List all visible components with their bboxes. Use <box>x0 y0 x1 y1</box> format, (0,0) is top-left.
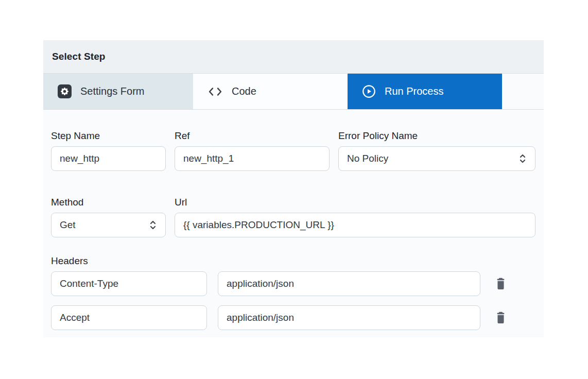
panel-header: Select Step <box>43 40 544 74</box>
header-key-input[interactable] <box>51 305 207 330</box>
ref-label: Ref <box>175 130 330 142</box>
tab-settings-form-label: Settings Form <box>80 85 144 97</box>
gear-icon <box>58 84 72 98</box>
chevron-up-down-icon <box>149 219 157 231</box>
tab-settings-form[interactable]: Settings Form <box>43 74 193 109</box>
ref-field: Ref <box>175 130 330 171</box>
step-name-field: Step Name <box>51 130 166 171</box>
headers-section-label: Headers <box>51 255 535 267</box>
play-circle-icon <box>362 84 376 98</box>
settings-form-content: Step Name Ref Error Policy Name No Polic… <box>43 110 544 337</box>
panel-title: Select Step <box>52 51 106 62</box>
error-policy-field: Error Policy Name No Policy <box>338 130 535 171</box>
error-policy-label: Error Policy Name <box>338 130 535 142</box>
header-value-input[interactable] <box>218 271 480 296</box>
header-value-input[interactable] <box>218 305 480 330</box>
url-input[interactable] <box>175 213 535 237</box>
tab-code-label: Code <box>232 85 256 97</box>
method-select[interactable]: Get <box>51 213 166 237</box>
trash-icon <box>495 312 506 324</box>
error-policy-value: No Policy <box>347 153 388 164</box>
method-label: Method <box>51 197 166 208</box>
form-row-identity: Step Name Ref Error Policy Name No Polic… <box>51 130 535 171</box>
ref-input[interactable] <box>175 146 330 171</box>
url-field: Url <box>175 197 535 237</box>
delete-header-button[interactable] <box>491 273 510 294</box>
step-name-label: Step Name <box>51 130 166 142</box>
header-key-input[interactable] <box>51 271 207 296</box>
tab-run-process-label: Run Process <box>385 85 444 97</box>
chevron-up-down-icon <box>518 153 527 164</box>
code-icon <box>207 87 223 96</box>
form-row-request: Method Get Url <box>51 197 535 237</box>
tab-bar-filler <box>502 74 544 109</box>
delete-header-button[interactable] <box>491 307 510 328</box>
header-row <box>51 305 535 330</box>
url-label: Url <box>175 197 535 208</box>
method-field: Method Get <box>51 197 166 237</box>
tab-code[interactable]: Code <box>193 74 348 109</box>
method-value: Get <box>60 219 76 231</box>
step-name-input[interactable] <box>51 146 166 171</box>
tab-run-process[interactable]: Run Process <box>348 74 502 109</box>
select-step-panel: Select Step Settings Form Code <box>43 40 544 337</box>
tab-bar: Settings Form Code Run Process <box>43 74 544 110</box>
header-row <box>51 271 535 296</box>
error-policy-select[interactable]: No Policy <box>338 146 535 171</box>
trash-icon <box>495 278 506 290</box>
